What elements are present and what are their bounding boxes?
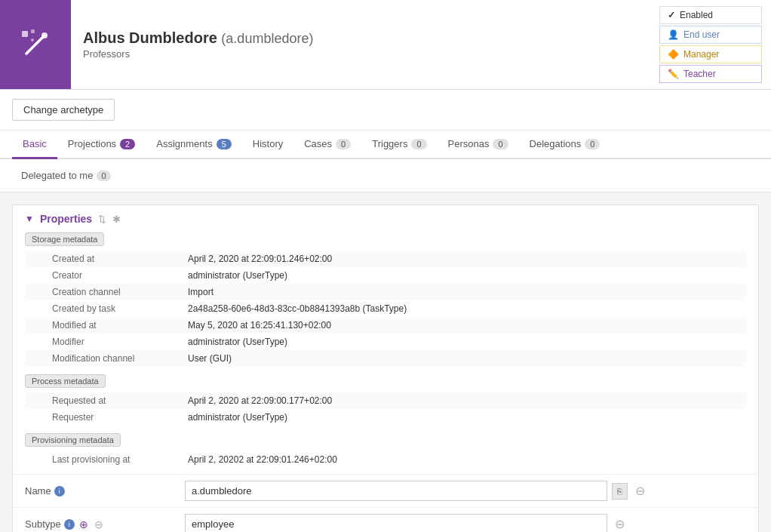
user-username-text: (a.dumbledore) bbox=[221, 31, 313, 46]
tab-history-label: History bbox=[253, 138, 283, 149]
user-group: Professors bbox=[83, 48, 638, 60]
tab-history[interactable]: History bbox=[242, 131, 293, 159]
modification-channel-value: User (GUI) bbox=[188, 353, 232, 364]
tab-assignments-label: Assignments bbox=[156, 138, 212, 149]
table-row: Requested at April 2, 2020 at 22:09:00.1… bbox=[25, 392, 746, 409]
remove-name-button[interactable]: ⊖ bbox=[635, 484, 645, 498]
badge-enabled-label: Enabled bbox=[680, 10, 713, 20]
pencil-icon: ✏️ bbox=[668, 69, 679, 79]
remove-subtype-button[interactable]: ⊖ bbox=[94, 518, 103, 530]
tab-triggers[interactable]: Triggers 0 bbox=[361, 131, 437, 159]
table-row: Modifier administrator (UserType) bbox=[25, 334, 746, 350]
requester-value: administrator (UserType) bbox=[188, 412, 287, 423]
tab-cases[interactable]: Cases 0 bbox=[293, 131, 361, 159]
modified-at-label: Modified at bbox=[37, 320, 188, 331]
tab-cases-count: 0 bbox=[336, 139, 351, 149]
tab-delegations-label: Delegations bbox=[530, 138, 582, 149]
storage-metadata-section: Storage metadata Created at April 2, 202… bbox=[13, 225, 758, 474]
table-row: Last provisioning at April 2, 20202 at 2… bbox=[25, 451, 746, 468]
collapse-icon[interactable]: ▼ bbox=[25, 214, 34, 224]
badge-enduser[interactable]: 👤 End user bbox=[659, 26, 762, 44]
subtype-field-label: Subtype i ⊕ ⊖ bbox=[25, 518, 176, 530]
tabs-bar: Basic Projections 2 Assignments 5 Histor… bbox=[0, 131, 771, 159]
check-icon: ✓ bbox=[668, 10, 675, 20]
manager-icon: 🔶 bbox=[668, 49, 679, 60]
user-archetype-icon bbox=[0, 0, 71, 89]
tab-delegations-count: 0 bbox=[585, 139, 600, 149]
table-row: Modified at May 5, 2020 at 16:25:41.130+… bbox=[25, 317, 746, 334]
table-row: Created by task 2a48a258-60e6-48d3-83cc-… bbox=[25, 300, 746, 317]
badge-enduser-label: End user bbox=[683, 29, 720, 40]
tab-cases-label: Cases bbox=[304, 138, 332, 149]
tab-projections-label: Projections bbox=[68, 138, 116, 149]
badge-teacher-label: Teacher bbox=[683, 69, 716, 79]
svg-point-5 bbox=[31, 38, 34, 42]
svg-point-4 bbox=[41, 32, 48, 38]
user-badges: ✓ Enabled 👤 End user 🔶 Manager ✏️ Teache… bbox=[650, 0, 771, 89]
svg-rect-1 bbox=[31, 29, 35, 33]
change-archetype-button[interactable]: Change archetype bbox=[12, 99, 115, 121]
settings-icon[interactable]: ✱ bbox=[112, 214, 121, 225]
created-at-label: Created at bbox=[37, 254, 188, 264]
properties-title: Properties bbox=[40, 213, 92, 225]
creator-value: administrator (UserType) bbox=[188, 270, 287, 281]
tab-projections-count: 2 bbox=[120, 139, 135, 149]
tab-assignments[interactable]: Assignments 5 bbox=[146, 131, 242, 159]
remove-subtype-value-button[interactable]: ⊖ bbox=[615, 517, 625, 531]
creation-channel-value: Import bbox=[188, 287, 213, 297]
badge-manager[interactable]: 🔶 Manager bbox=[659, 45, 762, 63]
modification-channel-label: Modification channel bbox=[37, 353, 188, 364]
tab-triggers-count: 0 bbox=[411, 139, 426, 149]
requested-at-value: April 2, 2020 at 22:09:00.177+02:00 bbox=[188, 395, 332, 406]
badge-teacher[interactable]: ✏️ Teacher bbox=[659, 65, 762, 83]
table-row: Modification channel User (GUI) bbox=[25, 350, 746, 367]
requester-label: Requester bbox=[37, 412, 188, 423]
modified-at-value: May 5, 2020 at 16:25:41.130+02:00 bbox=[188, 320, 331, 331]
subtab-delegated-to-me[interactable]: Delegated to me 0 bbox=[12, 165, 120, 186]
svg-rect-0 bbox=[22, 31, 28, 37]
creator-label: Creator bbox=[37, 270, 188, 281]
subtab-bar: Delegated to me 0 bbox=[0, 159, 771, 192]
tab-delegations[interactable]: Delegations 0 bbox=[519, 131, 611, 159]
subtab-delegated-label: Delegated to me bbox=[21, 170, 93, 181]
table-row: Creator administrator (UserType) bbox=[25, 267, 746, 284]
subtype-input[interactable] bbox=[185, 514, 607, 532]
name-input[interactable] bbox=[185, 481, 607, 501]
badge-enabled[interactable]: ✓ Enabled bbox=[659, 6, 762, 24]
last-provisioning-label: Last provisioning at bbox=[37, 454, 188, 465]
tab-basic[interactable]: Basic bbox=[12, 131, 57, 159]
subtab-delegated-count: 0 bbox=[97, 171, 110, 181]
name-field-label: Name i bbox=[25, 485, 176, 497]
subtype-input-wrap: ⊖ bbox=[185, 514, 746, 532]
badge-manager-label: Manager bbox=[683, 49, 719, 60]
name-input-wrap: ⎘ ⊖ bbox=[185, 481, 746, 501]
tab-triggers-label: Triggers bbox=[372, 138, 407, 149]
subtype-label-text: Subtype bbox=[25, 518, 61, 530]
table-row: Requester administrator (UserType) bbox=[25, 409, 746, 426]
svg-line-2 bbox=[26, 35, 45, 54]
subtype-form-row: Subtype i ⊕ ⊖ ⊖ bbox=[13, 507, 758, 532]
name-info-icon[interactable]: i bbox=[54, 486, 65, 497]
user-name-text: Albus Dumbledore bbox=[83, 29, 217, 46]
properties-card: ▼ Properties ⇅ ✱ Storage metadata Create… bbox=[12, 204, 759, 532]
provisioning-metadata-label: Provisioning metadata bbox=[25, 433, 121, 447]
main-content: ▼ Properties ⇅ ✱ Storage metadata Create… bbox=[0, 192, 771, 532]
storage-metadata-label: Storage metadata bbox=[25, 232, 104, 246]
modifier-value: administrator (UserType) bbox=[188, 337, 287, 347]
tab-basic-label: Basic bbox=[23, 138, 47, 149]
tab-projections[interactable]: Projections 2 bbox=[57, 131, 146, 159]
user-info: Albus Dumbledore (a.dumbledore) Professo… bbox=[71, 0, 650, 89]
requested-at-label: Requested at bbox=[37, 395, 188, 406]
sort-icon[interactable]: ⇅ bbox=[98, 214, 106, 225]
table-row: Created at April 2, 2020 at 22:09:01.246… bbox=[25, 251, 746, 267]
table-row: Creation channel Import bbox=[25, 284, 746, 300]
tab-personas[interactable]: Personas 0 bbox=[438, 131, 519, 159]
tab-personas-label: Personas bbox=[448, 138, 490, 149]
add-subtype-button[interactable]: ⊕ bbox=[79, 518, 88, 530]
subtype-info-icon[interactable]: i bbox=[64, 519, 75, 530]
creation-channel-label: Creation channel bbox=[37, 287, 188, 297]
process-metadata-label: Process metadata bbox=[25, 374, 106, 388]
created-by-task-value: 2a48a258-60e6-48d3-83cc-0b8841393a8b (Ta… bbox=[188, 303, 407, 314]
copy-button[interactable]: ⎘ bbox=[612, 483, 628, 500]
last-provisioning-value: April 2, 20202 at 22:09:01.246+02:00 bbox=[188, 454, 337, 465]
